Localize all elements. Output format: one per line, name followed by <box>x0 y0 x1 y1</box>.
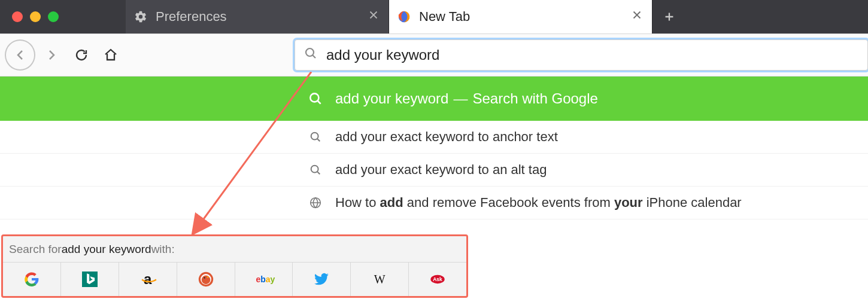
search-icon <box>304 46 318 64</box>
search-icon <box>305 163 326 176</box>
svg-point-9 <box>201 276 210 285</box>
engine-ebay[interactable]: ebay <box>235 263 293 296</box>
engine-wikipedia[interactable]: W <box>351 263 409 296</box>
ebay-icon: ebay <box>256 272 271 287</box>
firefox-icon <box>397 10 411 23</box>
svg-point-1 <box>306 48 314 56</box>
urlbar-suggestions: add your keyword — Search with Google ad… <box>0 77 868 219</box>
close-tab-icon[interactable] <box>367 8 380 25</box>
svg-point-4 <box>311 166 318 173</box>
separator: — <box>453 90 468 107</box>
svg-rect-6 <box>82 272 98 287</box>
suggestion-row[interactable]: How to add and remove Facebook events fr… <box>0 187 868 219</box>
reload-button[interactable] <box>68 41 95 69</box>
tab-new-tab[interactable]: New Tab <box>389 0 652 33</box>
close-tab-icon[interactable] <box>630 8 644 25</box>
wikipedia-icon: W <box>372 272 387 287</box>
engine-twitter[interactable] <box>293 263 351 296</box>
engine-duckduckgo[interactable] <box>177 263 235 296</box>
minimize-window-button[interactable] <box>30 11 41 22</box>
suggestion-text: add your exact keyword to an alt tag <box>335 162 547 178</box>
suggestion-text: How to add and remove Facebook events fr… <box>335 195 742 211</box>
suggestion-text: add your keyword <box>335 90 448 107</box>
panel-label: Search for add your keyword with: <box>3 236 466 263</box>
forward-button[interactable] <box>38 41 65 69</box>
suggestion-action: Search with Google <box>472 90 597 107</box>
amazon-icon: a <box>140 272 156 287</box>
tab-label: New Tab <box>419 9 630 25</box>
url-input[interactable] <box>326 47 859 63</box>
search-icon <box>305 130 326 144</box>
engine-bing[interactable] <box>61 263 119 296</box>
svg-point-3 <box>311 133 318 140</box>
tab-strip: Preferences New Tab <box>0 0 868 33</box>
engine-google[interactable] <box>3 263 61 296</box>
engine-amazon[interactable]: a <box>119 263 177 296</box>
new-tab-button[interactable] <box>652 0 686 33</box>
zoom-window-button[interactable] <box>48 11 59 22</box>
suggestion-row[interactable]: add your exact keyword to anchor text <box>0 121 868 154</box>
suggestion-text: add your exact keyword to anchor text <box>335 129 558 145</box>
one-click-search-panel: Search for add your keyword with: a ebay… <box>1 234 468 298</box>
tab-label: Preferences <box>156 9 367 25</box>
suggestion-row-highlighted[interactable]: add your keyword — Search with Google <box>0 77 868 121</box>
engine-ask[interactable]: Ask <box>409 263 466 296</box>
window-controls <box>0 0 126 33</box>
tab-preferences[interactable]: Preferences <box>126 0 389 33</box>
search-icon <box>305 91 326 106</box>
home-button[interactable] <box>97 41 125 69</box>
back-button[interactable] <box>5 39 35 71</box>
close-window-button[interactable] <box>12 11 23 22</box>
url-bar[interactable] <box>295 39 868 71</box>
svg-point-10 <box>204 277 205 278</box>
suggestion-row[interactable]: add your exact keyword to an alt tag <box>0 154 868 187</box>
svg-text:Ask: Ask <box>433 276 442 282</box>
navigation-toolbar <box>0 33 868 77</box>
globe-icon <box>305 196 326 209</box>
gear-icon <box>134 10 147 23</box>
svg-point-2 <box>310 93 318 102</box>
